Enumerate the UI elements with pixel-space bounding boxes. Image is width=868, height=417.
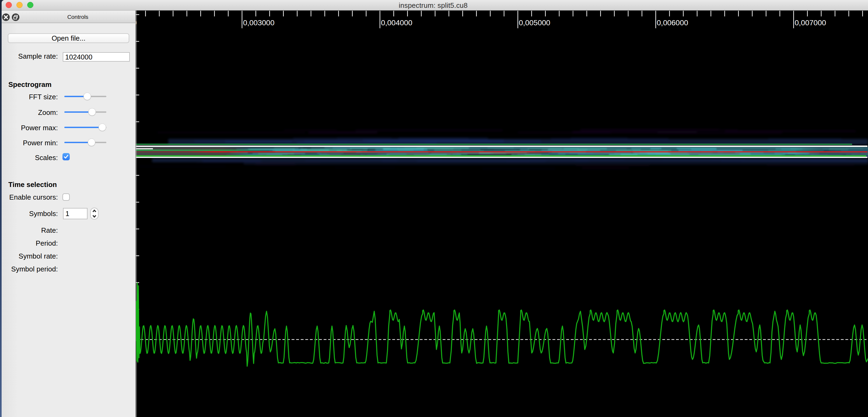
svg-text:0,003000: 0,003000 [243,19,275,27]
svg-text:0,004000: 0,004000 [381,19,412,27]
svg-text:0,005000: 0,005000 [519,19,550,27]
svg-text:0,007000: 0,007000 [795,19,826,27]
svg-text:0,006000: 0,006000 [657,19,688,27]
